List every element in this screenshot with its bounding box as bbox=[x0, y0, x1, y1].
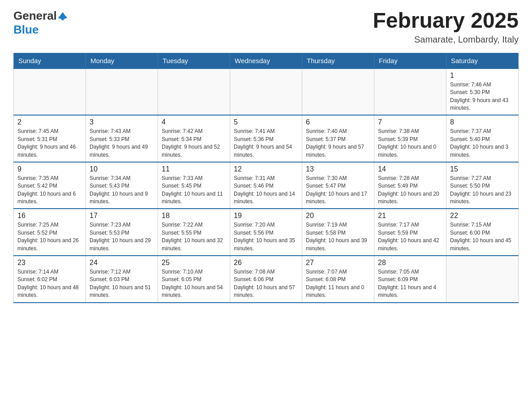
day-number: 17 bbox=[90, 212, 154, 220]
day-number: 7 bbox=[378, 118, 442, 126]
col-thursday: Thursday bbox=[302, 53, 374, 68]
day-info: Sunrise: 7:33 AM Sunset: 5:45 PM Dayligh… bbox=[162, 175, 226, 206]
table-row: 17Sunrise: 7:23 AM Sunset: 5:53 PM Dayli… bbox=[86, 209, 158, 256]
day-number: 8 bbox=[450, 118, 515, 126]
table-row: 27Sunrise: 7:07 AM Sunset: 6:08 PM Dayli… bbox=[302, 256, 374, 303]
day-number: 22 bbox=[450, 212, 515, 220]
day-info: Sunrise: 7:34 AM Sunset: 5:43 PM Dayligh… bbox=[90, 175, 154, 206]
day-info: Sunrise: 7:14 AM Sunset: 6:02 PM Dayligh… bbox=[17, 268, 82, 300]
month-title: February 2025 bbox=[373, 9, 519, 33]
day-info: Sunrise: 7:10 AM Sunset: 6:05 PM Dayligh… bbox=[162, 268, 226, 300]
day-info: Sunrise: 7:07 AM Sunset: 6:08 PM Dayligh… bbox=[306, 268, 370, 300]
day-number: 19 bbox=[234, 212, 298, 220]
calendar-week-row: 16Sunrise: 7:25 AM Sunset: 5:52 PM Dayli… bbox=[14, 209, 519, 256]
day-number: 16 bbox=[17, 212, 82, 220]
day-number: 21 bbox=[378, 212, 442, 220]
table-row: 24Sunrise: 7:12 AM Sunset: 6:03 PM Dayli… bbox=[86, 256, 158, 303]
calendar-week-row: 1Sunrise: 7:46 AM Sunset: 5:30 PM Daylig… bbox=[14, 68, 519, 116]
table-row bbox=[302, 68, 374, 116]
day-info: Sunrise: 7:22 AM Sunset: 5:55 PM Dayligh… bbox=[162, 221, 226, 253]
day-number: 27 bbox=[306, 259, 370, 267]
col-wednesday: Wednesday bbox=[230, 53, 302, 68]
logo-general-text: General bbox=[13, 9, 57, 23]
table-row: 14Sunrise: 7:28 AM Sunset: 5:49 PM Dayli… bbox=[374, 162, 446, 209]
table-row: 20Sunrise: 7:19 AM Sunset: 5:58 PM Dayli… bbox=[302, 209, 374, 256]
calendar-table: Sunday Monday Tuesday Wednesday Thursday… bbox=[13, 53, 519, 303]
table-row: 6Sunrise: 7:40 AM Sunset: 5:37 PM Daylig… bbox=[302, 115, 374, 162]
day-number: 20 bbox=[306, 212, 370, 220]
day-info: Sunrise: 7:43 AM Sunset: 5:33 PM Dayligh… bbox=[90, 128, 154, 159]
day-number: 26 bbox=[234, 259, 298, 267]
table-row: 23Sunrise: 7:14 AM Sunset: 6:02 PM Dayli… bbox=[14, 256, 86, 303]
day-info: Sunrise: 7:08 AM Sunset: 6:06 PM Dayligh… bbox=[234, 268, 298, 300]
day-number: 1 bbox=[450, 72, 515, 80]
table-row: 15Sunrise: 7:27 AM Sunset: 5:50 PM Dayli… bbox=[446, 162, 519, 209]
col-saturday: Saturday bbox=[446, 53, 519, 68]
day-info: Sunrise: 7:46 AM Sunset: 5:30 PM Dayligh… bbox=[450, 81, 515, 112]
day-number: 6 bbox=[306, 118, 370, 126]
table-row: 11Sunrise: 7:33 AM Sunset: 5:45 PM Dayli… bbox=[158, 162, 230, 209]
table-row bbox=[230, 68, 302, 116]
day-number: 4 bbox=[162, 118, 226, 126]
day-info: Sunrise: 7:25 AM Sunset: 5:52 PM Dayligh… bbox=[17, 221, 82, 253]
day-info: Sunrise: 7:37 AM Sunset: 5:40 PM Dayligh… bbox=[450, 128, 515, 159]
day-number: 28 bbox=[378, 259, 442, 267]
day-info: Sunrise: 7:27 AM Sunset: 5:50 PM Dayligh… bbox=[450, 175, 515, 206]
day-number: 24 bbox=[90, 259, 154, 267]
table-row: 12Sunrise: 7:31 AM Sunset: 5:46 PM Dayli… bbox=[230, 162, 302, 209]
table-row: 25Sunrise: 7:10 AM Sunset: 6:05 PM Dayli… bbox=[158, 256, 230, 303]
col-monday: Monday bbox=[86, 53, 158, 68]
day-info: Sunrise: 7:31 AM Sunset: 5:46 PM Dayligh… bbox=[234, 175, 298, 206]
day-info: Sunrise: 7:38 AM Sunset: 5:39 PM Dayligh… bbox=[378, 128, 442, 159]
day-info: Sunrise: 7:40 AM Sunset: 5:37 PM Dayligh… bbox=[306, 128, 370, 159]
day-info: Sunrise: 7:20 AM Sunset: 5:56 PM Dayligh… bbox=[234, 221, 298, 253]
day-info: Sunrise: 7:42 AM Sunset: 5:34 PM Dayligh… bbox=[162, 128, 226, 159]
table-row: 4Sunrise: 7:42 AM Sunset: 5:34 PM Daylig… bbox=[158, 115, 230, 162]
day-number: 23 bbox=[17, 259, 82, 267]
day-number: 9 bbox=[17, 165, 82, 173]
logo-blue-text: Blue bbox=[13, 23, 39, 37]
day-info: Sunrise: 7:35 AM Sunset: 5:42 PM Dayligh… bbox=[17, 175, 82, 206]
day-info: Sunrise: 7:19 AM Sunset: 5:58 PM Dayligh… bbox=[306, 221, 370, 253]
calendar-week-row: 23Sunrise: 7:14 AM Sunset: 6:02 PM Dayli… bbox=[14, 256, 519, 303]
day-number: 25 bbox=[162, 259, 226, 267]
table-row: 26Sunrise: 7:08 AM Sunset: 6:06 PM Dayli… bbox=[230, 256, 302, 303]
day-info: Sunrise: 7:45 AM Sunset: 5:31 PM Dayligh… bbox=[17, 128, 82, 159]
table-row: 28Sunrise: 7:05 AM Sunset: 6:09 PM Dayli… bbox=[374, 256, 446, 303]
day-number: 12 bbox=[234, 165, 298, 173]
day-number: 5 bbox=[234, 118, 298, 126]
day-info: Sunrise: 7:17 AM Sunset: 5:59 PM Dayligh… bbox=[378, 221, 442, 253]
table-row: 3Sunrise: 7:43 AM Sunset: 5:33 PM Daylig… bbox=[86, 115, 158, 162]
location-title: Samarate, Lombardy, Italy bbox=[373, 34, 519, 45]
page-header: General Blue February 2025 Samarate, Lom… bbox=[13, 9, 519, 45]
calendar-header-row: Sunday Monday Tuesday Wednesday Thursday… bbox=[14, 53, 519, 68]
day-number: 2 bbox=[17, 118, 82, 126]
table-row: 7Sunrise: 7:38 AM Sunset: 5:39 PM Daylig… bbox=[374, 115, 446, 162]
table-row: 10Sunrise: 7:34 AM Sunset: 5:43 PM Dayli… bbox=[86, 162, 158, 209]
table-row bbox=[374, 68, 446, 116]
col-sunday: Sunday bbox=[14, 53, 86, 68]
table-row: 8Sunrise: 7:37 AM Sunset: 5:40 PM Daylig… bbox=[446, 115, 519, 162]
table-row bbox=[86, 68, 158, 116]
logo: General Blue bbox=[13, 9, 67, 37]
day-info: Sunrise: 7:15 AM Sunset: 6:00 PM Dayligh… bbox=[450, 221, 515, 253]
day-number: 14 bbox=[378, 165, 442, 173]
calendar-week-row: 9Sunrise: 7:35 AM Sunset: 5:42 PM Daylig… bbox=[14, 162, 519, 209]
day-info: Sunrise: 7:28 AM Sunset: 5:49 PM Dayligh… bbox=[378, 175, 442, 206]
table-row: 16Sunrise: 7:25 AM Sunset: 5:52 PM Dayli… bbox=[14, 209, 86, 256]
day-number: 18 bbox=[162, 212, 226, 220]
day-number: 3 bbox=[90, 118, 154, 126]
title-section: February 2025 Samarate, Lombardy, Italy bbox=[373, 9, 519, 45]
day-number: 11 bbox=[162, 165, 226, 173]
table-row: 19Sunrise: 7:20 AM Sunset: 5:56 PM Dayli… bbox=[230, 209, 302, 256]
day-number: 15 bbox=[450, 165, 515, 173]
day-info: Sunrise: 7:30 AM Sunset: 5:47 PM Dayligh… bbox=[306, 175, 370, 206]
table-row: 5Sunrise: 7:41 AM Sunset: 5:36 PM Daylig… bbox=[230, 115, 302, 162]
table-row: 18Sunrise: 7:22 AM Sunset: 5:55 PM Dayli… bbox=[158, 209, 230, 256]
table-row: 9Sunrise: 7:35 AM Sunset: 5:42 PM Daylig… bbox=[14, 162, 86, 209]
day-info: Sunrise: 7:41 AM Sunset: 5:36 PM Dayligh… bbox=[234, 128, 298, 159]
calendar-week-row: 2Sunrise: 7:45 AM Sunset: 5:31 PM Daylig… bbox=[14, 115, 519, 162]
table-row: 13Sunrise: 7:30 AM Sunset: 5:47 PM Dayli… bbox=[302, 162, 374, 209]
table-row: 2Sunrise: 7:45 AM Sunset: 5:31 PM Daylig… bbox=[14, 115, 86, 162]
col-friday: Friday bbox=[374, 53, 446, 68]
